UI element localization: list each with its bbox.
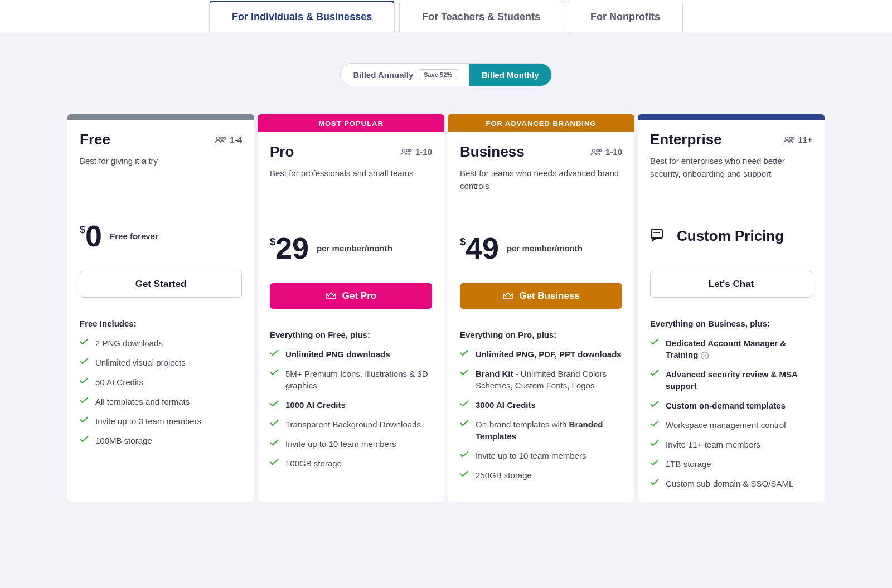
get-pro-label: Get Pro xyxy=(342,290,376,302)
plan-enterprise: Enterprise 11+ Best for enterprises who … xyxy=(638,114,825,502)
plan-business-desc: Best for teams who needs advanced brand … xyxy=(460,167,622,217)
plan-free-topbar xyxy=(67,114,254,120)
plan-free-seats-text: 1-4 xyxy=(230,135,242,144)
list-item: 5M+ Premium Icons, Illustrations & 3D gr… xyxy=(270,368,432,391)
plan-enterprise-features-heading: Everything on Business, plus: xyxy=(650,319,812,328)
list-item: On-brand templates with Branded Template… xyxy=(460,419,622,442)
plan-pro-seats: 1-10 xyxy=(400,147,432,157)
billing-annually-label: Billed Annually xyxy=(353,70,413,80)
plan-pro-amount: 29 xyxy=(275,233,309,263)
plan-pro-topbar: MOST POPULAR xyxy=(258,114,444,132)
chat-icon xyxy=(650,229,666,243)
crown-icon xyxy=(502,291,513,300)
check-icon xyxy=(460,451,469,458)
check-icon xyxy=(650,479,659,485)
check-icon xyxy=(650,370,659,376)
plan-business-price: $ 49 xyxy=(460,233,499,263)
plan-free-seats: 1-4 xyxy=(214,135,242,144)
list-item: Advanced security review & MSA support xyxy=(650,368,812,392)
plan-business: FOR ADVANCED BRANDING Business 1-10 Best… xyxy=(448,114,634,502)
plans-grid: Free 1-4 Best for giving it a try $ 0 Fr… xyxy=(0,114,892,524)
tab-nonprofits[interactable]: For Nonprofits xyxy=(568,1,683,32)
list-item: 1000 AI Credits xyxy=(270,399,432,411)
billing-monthly[interactable]: Billed Monthly xyxy=(469,64,551,86)
list-item: Invite up to 3 team members xyxy=(80,415,242,427)
plan-free-features: 2 PNG downloads Unlimited visual project… xyxy=(80,337,242,446)
check-icon xyxy=(650,420,659,427)
plan-pro-desc: Best for professionals and small teams xyxy=(270,167,432,217)
check-icon xyxy=(80,416,89,423)
svg-point-5 xyxy=(409,149,411,152)
list-item: 3000 AI Credits xyxy=(460,399,622,411)
plan-business-features: Unlimited PNG, PDF, PPT downloads Brand … xyxy=(460,348,622,481)
get-business-button[interactable]: Get Business xyxy=(460,283,622,309)
svg-point-4 xyxy=(406,149,409,151)
plan-free-price: $ 0 xyxy=(80,221,102,251)
list-item: Dedicated Account Manager & Training? xyxy=(650,337,812,361)
list-item: 50 AI Credits xyxy=(80,376,242,388)
plan-business-amount: 49 xyxy=(466,233,499,263)
check-icon xyxy=(80,436,89,443)
list-item: Custom sub-domain & SSO/SAML xyxy=(650,478,812,489)
list-item: Unlimited PNG downloads xyxy=(270,348,432,360)
svg-point-3 xyxy=(402,149,405,152)
plan-free-amount: 0 xyxy=(85,221,102,251)
plan-business-price-note: per member/month xyxy=(507,244,583,253)
svg-point-10 xyxy=(789,137,791,139)
plan-business-seats: 1-10 xyxy=(590,147,622,157)
get-business-label: Get Business xyxy=(519,290,580,302)
check-icon xyxy=(460,400,469,407)
help-icon[interactable]: ? xyxy=(700,351,709,360)
plan-enterprise-features: Dedicated Account Manager & Training? Ad… xyxy=(650,337,812,489)
tab-teachers-students[interactable]: For Teachers & Students xyxy=(399,1,563,32)
plan-free: Free 1-4 Best for giving it a try $ 0 Fr… xyxy=(67,114,254,502)
check-icon xyxy=(80,397,89,404)
get-pro-button[interactable]: Get Pro xyxy=(270,283,432,309)
check-icon xyxy=(460,369,469,376)
list-item: Custom on-demand templates xyxy=(650,400,812,411)
svg-point-2 xyxy=(224,137,226,139)
plan-enterprise-desc: Best for enterprises who need better sec… xyxy=(650,155,812,205)
plan-pro-price-note: per member/month xyxy=(317,244,392,253)
save-badge: Save 52% xyxy=(419,69,457,80)
check-icon xyxy=(270,400,279,407)
check-icon xyxy=(270,459,279,465)
plan-free-desc: Best for giving it a try xyxy=(80,155,242,205)
svg-point-9 xyxy=(785,137,788,139)
plan-free-name: Free xyxy=(80,131,110,148)
plan-pro-price: $ 29 xyxy=(270,233,309,263)
list-item: Invite 11+ team members xyxy=(650,439,812,450)
check-icon xyxy=(270,369,279,376)
svg-point-6 xyxy=(592,149,595,152)
tab-individuals-businesses[interactable]: For Individuals & Businesses xyxy=(209,1,395,32)
crown-icon xyxy=(326,291,337,300)
billing-toggle-container: Billed Annually Save 52% Billed Monthly xyxy=(0,63,892,86)
plan-enterprise-name: Enterprise xyxy=(650,131,722,148)
plan-pro-currency: $ xyxy=(270,236,275,248)
list-item: Unlimited PNG, PDF, PPT downloads xyxy=(460,348,622,360)
check-icon xyxy=(80,377,89,384)
svg-rect-12 xyxy=(651,230,662,238)
check-icon xyxy=(80,358,89,365)
list-item: Brand Kit - Unlimited Brand Colors Schem… xyxy=(460,368,622,391)
plan-pro: MOST POPULAR Pro 1-10 Best for professio… xyxy=(258,114,444,502)
list-item: 250GB storage xyxy=(460,469,622,481)
check-icon xyxy=(270,349,279,356)
check-icon xyxy=(650,440,659,446)
billing-annually[interactable]: Billed Annually Save 52% xyxy=(341,64,469,86)
plan-enterprise-seats: 11+ xyxy=(783,135,812,144)
plan-business-features-heading: Everything on Pro, plus: xyxy=(460,330,622,339)
svg-point-7 xyxy=(597,149,599,151)
check-icon xyxy=(650,338,659,345)
plan-free-price-note: Free forever xyxy=(110,231,158,241)
lets-chat-button[interactable]: Let's Chat xyxy=(650,271,812,298)
list-item: Workspace management control xyxy=(650,419,812,431)
get-started-button[interactable]: Get Started xyxy=(80,271,242,298)
list-item: All templates and formats xyxy=(80,396,242,407)
svg-point-11 xyxy=(792,137,794,139)
svg-point-8 xyxy=(599,149,602,152)
plan-pro-seats-text: 1-10 xyxy=(415,147,432,157)
plan-pro-features: Unlimited PNG downloads 5M+ Premium Icon… xyxy=(270,348,432,469)
audience-tabs: For Individuals & Businesses For Teacher… xyxy=(0,0,892,32)
users-icon xyxy=(590,148,602,156)
